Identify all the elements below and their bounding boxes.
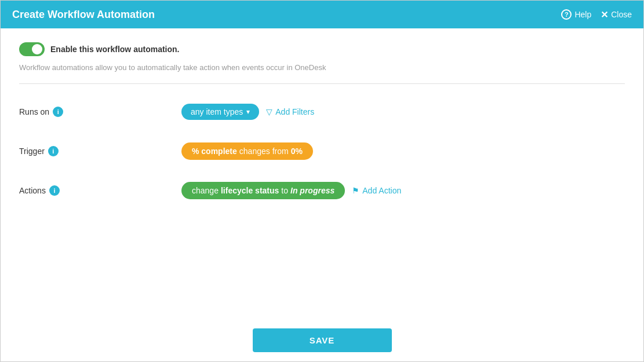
help-button[interactable]: ? Help (561, 9, 591, 20)
actions-content: change lifecycle status to In progress ⚑… (181, 182, 625, 199)
header-actions: ? Help ✕ Close (561, 9, 632, 20)
action-pill-part4: In progress (290, 186, 334, 195)
actions-info-icon[interactable]: i (49, 185, 60, 196)
actions-row: Actions i change lifecycle status to In … (19, 179, 625, 202)
action-pill-part1: change (192, 186, 219, 195)
close-button[interactable]: ✕ Close (601, 9, 632, 20)
runs-on-label: Runs on i (19, 107, 77, 117)
toggle-row: Enable this workflow automation. (19, 42, 625, 56)
filter-icon: ▽ (266, 107, 272, 116)
close-label: Close (611, 10, 632, 19)
help-icon: ? (561, 9, 572, 20)
runs-on-info-icon[interactable]: i (53, 107, 63, 117)
trigger-row: Trigger i % complete changes from 0% (19, 140, 625, 163)
save-button[interactable]: save (253, 328, 392, 352)
runs-on-button-label: any item types (191, 107, 243, 116)
modal-header: Create Workflow Automation ? Help ✕ Clos… (1, 1, 643, 28)
trigger-label: Trigger i (19, 146, 77, 156)
add-filters-button[interactable]: ▽ Add Filters (266, 107, 314, 116)
trigger-info-icon[interactable]: i (48, 146, 59, 156)
action-pill-button[interactable]: change lifecycle status to In progress (181, 182, 345, 199)
close-icon: ✕ (601, 9, 608, 20)
runs-on-content: any item types ▾ ▽ Add Filters (181, 104, 625, 120)
flag-icon: ⚑ (352, 186, 359, 195)
trigger-pill-part2: changes from (239, 147, 289, 156)
toggle-label: Enable this workflow automation. (50, 45, 179, 54)
trigger-pill-part3: 0% (291, 147, 303, 156)
add-action-label: Add Action (362, 186, 401, 195)
runs-on-row: Runs on i any item types ▾ ▽ Add Filters (19, 100, 625, 123)
action-pill-part2: lifecycle status (221, 186, 279, 195)
add-action-button[interactable]: ⚑ Add Action (352, 186, 401, 195)
description-text: Workflow automations allow you to automa… (19, 63, 625, 72)
trigger-content: % complete changes from 0% (181, 142, 625, 160)
trigger-pill-part1: % complete (192, 147, 237, 156)
modal-body: Enable this workflow automation. Workflo… (1, 28, 643, 319)
runs-on-button[interactable]: any item types ▾ (181, 104, 259, 120)
modal-footer: save (1, 319, 643, 361)
action-pill-part3: to (281, 186, 288, 195)
trigger-pill-button[interactable]: % complete changes from 0% (181, 142, 313, 160)
modal-title: Create Workflow Automation (12, 9, 155, 21)
chevron-down-icon: ▾ (246, 108, 250, 116)
add-filters-label: Add Filters (275, 107, 314, 116)
modal-container: Create Workflow Automation ? Help ✕ Clos… (0, 0, 644, 362)
help-label: Help (574, 10, 591, 19)
section-divider (19, 83, 625, 84)
toggle-track (19, 42, 45, 56)
toggle-thumb (32, 44, 42, 54)
actions-label: Actions i (19, 185, 77, 196)
enable-toggle[interactable] (19, 42, 45, 56)
